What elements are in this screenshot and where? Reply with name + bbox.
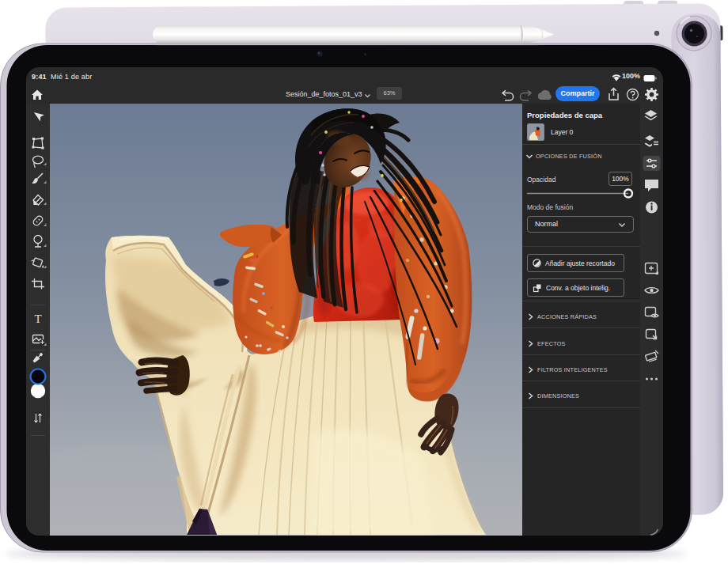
svg-text:T: T: [34, 312, 41, 325]
